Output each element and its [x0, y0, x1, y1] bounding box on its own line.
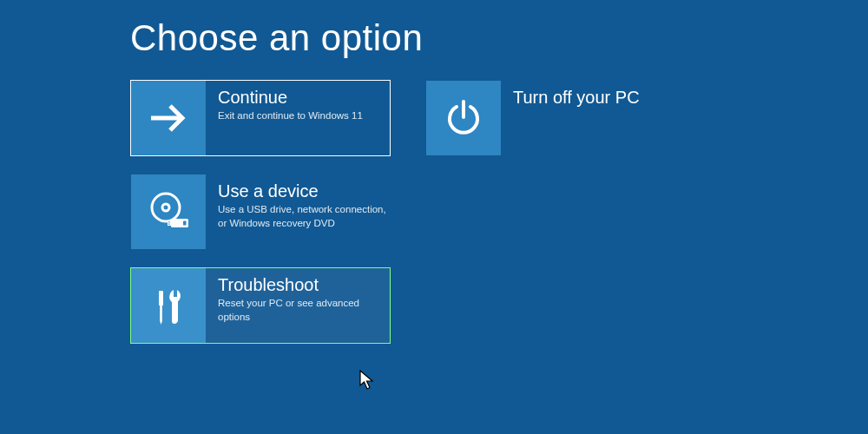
option-text: Use a device Use a USB drive, network co…: [206, 174, 390, 249]
option-label: Continue: [218, 88, 363, 108]
svg-rect-9: [160, 304, 162, 321]
mouse-cursor-icon: [359, 370, 375, 391]
option-tile-continue[interactable]: Continue Exit and continue to Windows 11: [130, 80, 391, 156]
power-icon: [426, 81, 501, 155]
svg-rect-11: [174, 289, 177, 297]
option-tile-troubleshoot[interactable]: Troubleshoot Reset your PC or see advanc…: [130, 267, 391, 344]
option-label: Turn off your PC: [513, 88, 640, 108]
option-tile-turn-off[interactable]: Turn off your PC: [425, 80, 686, 156]
option-label: Troubleshoot: [218, 275, 386, 295]
right-column: Turn off your PC: [425, 80, 686, 344]
svg-point-2: [162, 204, 169, 211]
svg-rect-5: [168, 221, 169, 222]
svg-rect-7: [183, 221, 187, 226]
svg-rect-4: [168, 220, 172, 226]
option-description: Exit and continue to Windows 11: [218, 109, 363, 123]
option-description: Use a USB drive, network connection, or …: [218, 203, 386, 230]
option-tile-use-a-device[interactable]: Use a device Use a USB drive, network co…: [130, 174, 391, 250]
svg-rect-6: [168, 224, 169, 225]
option-columns: Continue Exit and continue to Windows 11: [130, 80, 868, 344]
tools-icon: [131, 268, 206, 343]
arrow-right-icon: [131, 81, 206, 155]
option-text: Continue Exit and continue to Windows 11: [206, 81, 366, 155]
svg-marker-10: [160, 321, 162, 325]
page-title: Choose an option: [130, 17, 868, 59]
option-text: Troubleshoot Reset your PC or see advanc…: [206, 268, 390, 343]
option-text: Turn off your PC: [501, 81, 643, 155]
svg-rect-8: [159, 291, 163, 306]
left-column: Continue Exit and continue to Windows 11: [130, 80, 391, 344]
option-label: Use a device: [218, 181, 386, 201]
option-description: Reset your PC or see advanced options: [218, 297, 386, 324]
disc-usb-icon: [131, 174, 206, 249]
svg-marker-13: [360, 371, 372, 389]
recovery-option-screen: Choose an option Continue Exit and conti…: [0, 0, 868, 344]
